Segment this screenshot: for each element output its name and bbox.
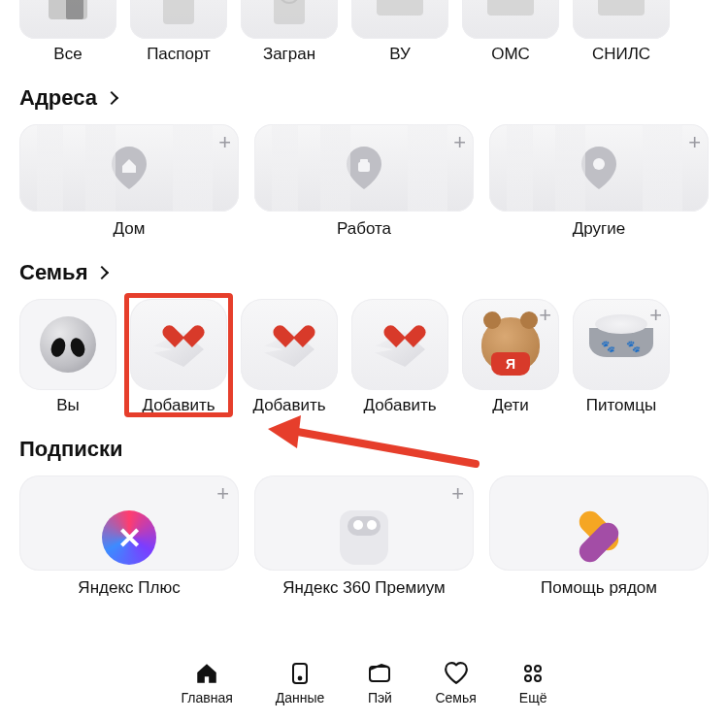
svg-point-20: [525, 675, 531, 681]
chevron-right-icon: [105, 91, 118, 105]
buildings-icon: [489, 124, 709, 212]
y360-icon: [340, 510, 388, 565]
svg-rect-3: [163, 0, 194, 24]
plus-icon: +: [451, 481, 464, 507]
svg-rect-7: [377, 0, 423, 16]
family-item-add-3[interactable]: Добавить: [351, 299, 448, 415]
buildings-icon: [254, 124, 474, 212]
heart-plane-icon: [260, 318, 318, 371]
subscription-item-y360[interactable]: + Яндекс 360 Премиум: [254, 475, 474, 598]
doc-item-intl-passport[interactable]: Загран: [241, 0, 338, 64]
doc-label: Все: [19, 45, 116, 64]
family-label: Дети: [462, 396, 559, 415]
subscription-label: Помощь рядом: [489, 578, 709, 598]
nav-item-family[interactable]: Семья: [435, 661, 476, 705]
doc-label: СНИЛС: [573, 45, 670, 64]
doc-label: Паспорт: [130, 45, 227, 64]
svg-point-21: [535, 675, 541, 681]
doc-item-snils[interactable]: СНИЛС: [573, 0, 670, 64]
svg-point-16: [299, 677, 302, 680]
nav-label: Ещё: [519, 690, 547, 705]
svg-point-19: [535, 666, 541, 672]
family-label: Добавить: [351, 396, 448, 415]
oms-icon: [462, 0, 559, 39]
family-label: Добавить: [241, 396, 338, 415]
svg-rect-8: [487, 0, 534, 16]
home-icon: [194, 661, 219, 686]
alien-icon: [40, 316, 96, 373]
yplus-icon: [102, 510, 156, 565]
addresses-section-header[interactable]: Адреса: [19, 85, 709, 111]
help-icon: [572, 510, 626, 565]
snils-icon: [573, 0, 670, 39]
nav-item-pay[interactable]: Пэй: [367, 661, 392, 705]
doc-label: ОМС: [462, 45, 559, 64]
family-section-header[interactable]: Семья: [19, 260, 709, 285]
subscription-item-yplus[interactable]: + Яндекс Плюс: [19, 475, 239, 598]
heart-plane-icon: [371, 318, 429, 371]
doc-label: Загран: [241, 45, 338, 64]
svg-rect-2: [66, 0, 83, 19]
doc-item-all[interactable]: Все: [19, 0, 116, 64]
nav-label: Пэй: [368, 690, 392, 705]
grid-icon: [520, 661, 546, 686]
subscription-label: Яндекс Плюс: [19, 578, 239, 598]
address-label: Работа: [254, 219, 474, 239]
nav-item-more[interactable]: Ещё: [519, 661, 547, 705]
plus-icon: +: [216, 481, 229, 507]
folder-icon: [19, 0, 116, 39]
subscriptions-row: + Яндекс Плюс + Яндекс 360 Премиум Помощ…: [19, 475, 709, 598]
family-label: Питомцы: [573, 396, 670, 415]
plus-icon: +: [218, 130, 231, 155]
doc-label: ВУ: [351, 45, 448, 64]
address-label: Другие: [489, 219, 709, 239]
doc-item-driver-license[interactable]: ВУ: [351, 0, 448, 64]
plus-icon: +: [453, 130, 466, 155]
family-item-add-1[interactable]: Добавить: [130, 299, 227, 415]
plus-icon: +: [539, 303, 551, 328]
subscription-item-help[interactable]: Помощь рядом: [489, 475, 709, 598]
address-item-work[interactable]: + Работа: [254, 124, 474, 239]
address-item-other[interactable]: + Другие: [489, 124, 709, 239]
license-icon: [351, 0, 448, 39]
nav-label: Семья: [435, 690, 476, 705]
addresses-row: + Дом + Работа + Другие: [19, 124, 709, 239]
heart-plane-icon: [149, 318, 208, 371]
family-item-you[interactable]: Вы: [19, 299, 116, 415]
doc-item-passport[interactable]: Паспорт: [130, 0, 227, 64]
plus-icon: +: [688, 130, 701, 155]
section-title-label: Адреса: [19, 85, 97, 111]
section-title-label: Семья: [19, 260, 87, 285]
plus-icon: +: [649, 303, 662, 328]
subscriptions-section-header: Подписки: [19, 437, 709, 462]
buildings-icon: [19, 124, 239, 212]
address-label: Дом: [19, 219, 239, 239]
documents-row: Все Паспорт Загран ВУ ОМС: [19, 0, 709, 64]
passport-icon: [130, 0, 227, 39]
bottom-nav: Главная Данные Пэй Семья Ещё: [0, 645, 728, 721]
nav-item-data[interactable]: Данные: [276, 661, 325, 705]
family-row: Вы Добавить Добавить Добавить +Я Дети +🐾…: [19, 299, 709, 415]
address-item-home[interactable]: + Дом: [19, 124, 239, 239]
family-label: Вы: [19, 396, 116, 415]
section-title-label: Подписки: [19, 437, 123, 462]
bowl-icon: 🐾 🐾: [589, 328, 653, 357]
chevron-right-icon: [95, 266, 109, 279]
card-icon: [287, 661, 313, 686]
nav-label: Главная: [182, 690, 233, 705]
family-item-pets[interactable]: +🐾 🐾 Питомцы: [573, 299, 670, 415]
family-item-add-2[interactable]: Добавить: [241, 299, 338, 415]
svg-point-18: [525, 666, 531, 672]
doc-item-oms[interactable]: ОМС: [462, 0, 559, 64]
heart-icon: [444, 661, 469, 686]
subscription-label: Яндекс 360 Премиум: [254, 578, 474, 598]
wallet-icon: [367, 661, 392, 686]
intl-passport-icon: [241, 0, 338, 39]
family-label: Добавить: [130, 396, 227, 415]
nav-label: Данные: [276, 690, 325, 705]
nav-item-home[interactable]: Главная: [182, 661, 233, 705]
family-item-kids[interactable]: +Я Дети: [462, 299, 559, 415]
svg-rect-9: [598, 0, 645, 16]
bear-icon: Я: [481, 317, 540, 372]
